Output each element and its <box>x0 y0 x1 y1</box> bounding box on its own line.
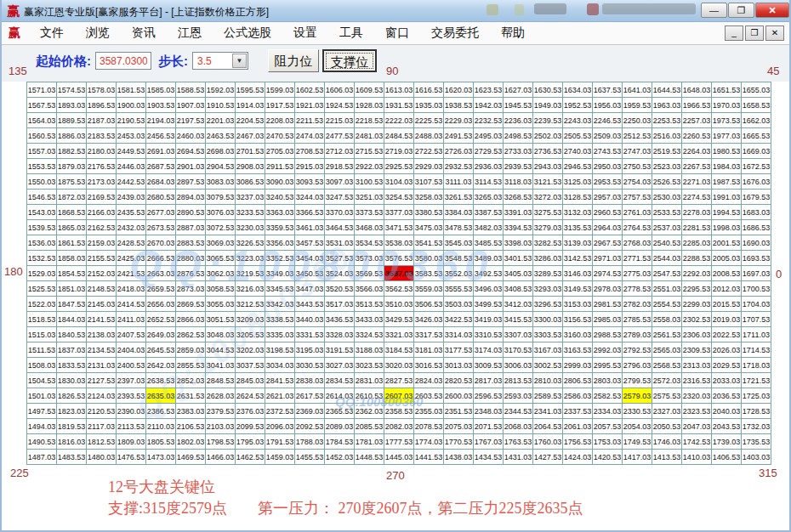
grid-cell[interactable]: 1921.03 <box>295 98 325 113</box>
grid-cell[interactable]: 2610.53 <box>355 388 384 404</box>
grid-cell[interactable]: 3086.53 <box>236 174 265 190</box>
grid-cell[interactable]: 1956.03 <box>593 98 623 113</box>
grid-cell[interactable]: 2211.53 <box>295 113 325 128</box>
grid-cell[interactable]: 2355.03 <box>414 404 444 419</box>
grid-cell[interactable]: 2159.03 <box>87 235 117 251</box>
grid-cell[interactable]: 3065.53 <box>206 251 236 266</box>
grid-cell[interactable]: 3181.03 <box>414 342 444 358</box>
grid-cell[interactable]: 3174.03 <box>474 342 504 358</box>
grid-cell[interactable]: 1742.53 <box>682 434 712 450</box>
grid-cell[interactable]: 3097.03 <box>325 174 355 190</box>
grid-cell[interactable]: 1966.53 <box>682 98 712 113</box>
grid-cell[interactable]: 2509.03 <box>593 128 623 144</box>
grid-cell[interactable]: 2810.03 <box>533 373 563 388</box>
menu-item[interactable]: 帮助 <box>490 25 536 41</box>
grid-cell[interactable]: 2229.03 <box>444 113 474 128</box>
grid-cell[interactable]: 3153.03 <box>563 297 593 312</box>
grid-cell[interactable]: 3482.03 <box>474 220 504 235</box>
grid-cell[interactable]: 1683.03 <box>742 205 771 220</box>
grid-cell[interactable]: 1963.03 <box>652 98 682 113</box>
grid-cell[interactable]: 1739.03 <box>712 434 742 450</box>
grid-cell[interactable]: 2215.03 <box>325 113 355 128</box>
grid-cell[interactable]: 1812.53 <box>87 434 117 450</box>
grid-cell[interactable]: 1763.53 <box>504 434 533 450</box>
grid-cell[interactable]: 3279.03 <box>533 220 563 235</box>
grid-cell[interactable]: 2722.53 <box>414 144 444 159</box>
grid-cell[interactable]: 2463.53 <box>206 128 236 144</box>
grid-cell[interactable]: 3121.53 <box>533 174 563 190</box>
grid-cell[interactable]: 2491.53 <box>444 128 474 144</box>
grid-cell[interactable]: 1893.03 <box>57 98 87 113</box>
grid-cell[interactable]: 2064.53 <box>533 419 563 434</box>
grid-cell[interactable]: 1438.03 <box>444 450 474 465</box>
grid-cell[interactable]: 1865.03 <box>57 220 87 235</box>
grid-cell[interactable]: 3478.53 <box>444 220 474 235</box>
grid-cell[interactable]: 3387.53 <box>474 205 504 220</box>
grid-cell[interactable]: 1917.53 <box>265 98 295 113</box>
grid-cell[interactable]: 2834.53 <box>325 373 355 388</box>
grid-cell[interactable]: 1798.53 <box>206 434 236 450</box>
start-price-input[interactable] <box>95 52 151 70</box>
grid-cell[interactable]: 2712.03 <box>325 144 355 159</box>
grid-cell[interactable]: 3520.53 <box>325 281 355 297</box>
grid-cell[interactable]: 2001.53 <box>712 235 742 251</box>
grid-cell[interactable]: 3300.03 <box>533 312 563 327</box>
grid-cell[interactable]: 2348.03 <box>474 404 504 419</box>
grid-cell[interactable]: 1571.03 <box>27 82 57 98</box>
grid-cell[interactable]: 1494.03 <box>27 419 57 434</box>
grid-cell[interactable]: 1791.53 <box>265 434 295 450</box>
grid-cell[interactable]: 2386.53 <box>146 404 176 419</box>
grid-cell[interactable]: 3195.03 <box>295 342 325 358</box>
grid-cell[interactable]: 3149.53 <box>563 281 593 297</box>
grid-cell[interactable]: 1595.53 <box>236 82 265 98</box>
grid-cell[interactable]: 2855.53 <box>176 358 206 373</box>
grid-cell[interactable]: 3272.03 <box>533 190 563 205</box>
grid-cell[interactable]: 1543.03 <box>27 205 57 220</box>
grid-cell[interactable]: 2026.03 <box>712 342 742 358</box>
grid-cell[interactable]: 2922.03 <box>355 159 384 174</box>
grid-cell[interactable]: 2607.03 <box>384 388 414 404</box>
grid-cell[interactable]: 3282.53 <box>533 235 563 251</box>
grid-cell[interactable]: 2460.03 <box>176 128 206 144</box>
grid-cell[interactable]: 2747.03 <box>623 144 652 159</box>
grid-cell[interactable]: 2757.53 <box>623 190 652 205</box>
grid-cell[interactable]: 2222.03 <box>384 113 414 128</box>
grid-cell[interactable]: 1581.53 <box>117 82 146 98</box>
grid-cell[interactable]: 1599.03 <box>265 82 295 98</box>
grid-cell[interactable]: 1585.03 <box>146 82 176 98</box>
grid-cell[interactable]: 3233.53 <box>236 205 265 220</box>
grid-cell[interactable]: 2789.03 <box>623 327 652 342</box>
grid-cell[interactable]: 3041.03 <box>206 358 236 373</box>
grid-cell[interactable]: 3048.03 <box>206 327 236 342</box>
child-minimize-button[interactable]: _ <box>725 25 743 41</box>
grid-cell[interactable]: 1816.03 <box>57 434 87 450</box>
grid-cell[interactable]: 3104.03 <box>384 174 414 190</box>
grid-cell[interactable]: 2880.03 <box>176 251 206 266</box>
grid-cell[interactable]: 2981.53 <box>593 297 623 312</box>
grid-cell[interactable]: 3016.53 <box>414 358 444 373</box>
grid-cell[interactable]: 1546.53 <box>27 190 57 205</box>
grid-cell[interactable]: 3009.53 <box>474 358 504 373</box>
grid-cell[interactable]: 2320.03 <box>682 388 712 404</box>
grid-cell[interactable]: 2414.53 <box>117 297 146 312</box>
grid-cell[interactable]: 3349.03 <box>265 266 295 281</box>
grid-cell[interactable]: 1511.53 <box>27 342 57 358</box>
grid-cell[interactable]: 2166.03 <box>87 205 117 220</box>
grid-cell[interactable]: 3475.03 <box>414 220 444 235</box>
grid-cell[interactable]: 2785.53 <box>623 312 652 327</box>
grid-cell[interactable]: 2915.03 <box>295 159 325 174</box>
grid-cell[interactable]: 1945.53 <box>504 98 533 113</box>
grid-cell[interactable]: 2939.53 <box>504 159 533 174</box>
grid-cell[interactable]: 1851.03 <box>57 281 87 297</box>
grid-cell[interactable]: 1662.03 <box>742 113 771 128</box>
grid-cell[interactable]: 2330.53 <box>623 404 652 419</box>
grid-cell[interactable]: 3541.53 <box>414 235 444 251</box>
grid-cell[interactable]: 2488.03 <box>414 128 444 144</box>
child-close-button[interactable]: ✕ <box>765 25 784 41</box>
grid-cell[interactable]: 2533.53 <box>652 205 682 220</box>
grid-cell[interactable]: 1637.53 <box>593 82 623 98</box>
grid-cell[interactable]: 1854.53 <box>57 266 87 281</box>
grid-cell[interactable]: 3254.53 <box>384 190 414 205</box>
grid-cell[interactable]: 2418.03 <box>117 281 146 297</box>
grid-cell[interactable]: 2393.53 <box>117 388 146 404</box>
